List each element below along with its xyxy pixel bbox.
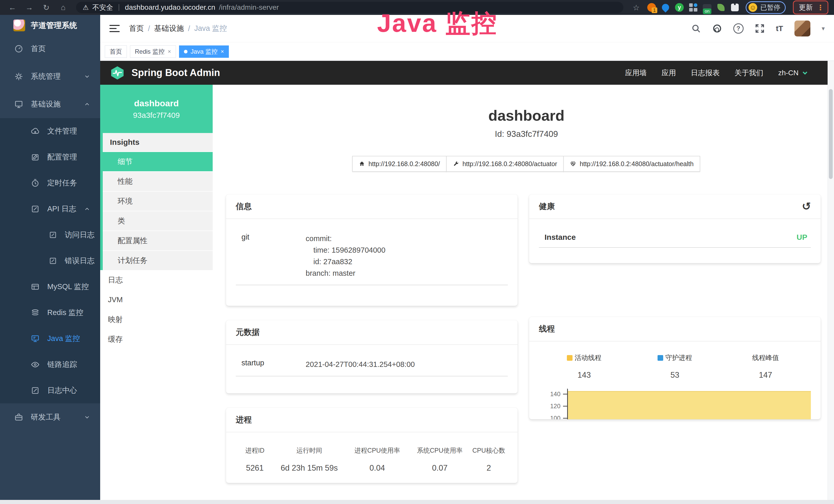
sidebar-item-mysql[interactable]: MySQL 监控 bbox=[0, 274, 100, 300]
breadcrumb-infra[interactable]: 基础设施 bbox=[154, 23, 184, 33]
extension-icon-pin[interactable] bbox=[660, 2, 671, 13]
font-size-icon[interactable]: tT bbox=[776, 24, 783, 33]
sidebar-item-access-log[interactable]: 访问日志 bbox=[0, 222, 100, 248]
sba-sidebar: dashboard 93a3fc7f7409 Insights 细节 性能 环境… bbox=[100, 85, 213, 504]
breadcrumb-home[interactable]: 首页 bbox=[129, 23, 144, 33]
update-label: 更新 bbox=[799, 3, 813, 12]
sidebar-item-log-center[interactable]: 日志中心 bbox=[0, 377, 100, 403]
legend-item: 活动线程 143 bbox=[539, 353, 630, 380]
security-label[interactable]: 不安全 bbox=[92, 3, 113, 12]
app-logo-row[interactable]: 芋道管理系统 bbox=[0, 15, 100, 35]
sba-item-jvm[interactable]: JVM bbox=[100, 290, 213, 310]
sidebar-item-system[interactable]: 系统管理 bbox=[0, 63, 100, 90]
annotation-label: Java 监控 bbox=[377, 7, 498, 41]
app-sidebar: 芋道管理系统 首页 系统管理 基础设施 文件管理 配置管理 定时任务 API 日… bbox=[0, 15, 100, 504]
history-icon[interactable]: ↺ bbox=[802, 201, 811, 212]
health-card: 健康 ↺ Instance UP bbox=[529, 194, 821, 263]
sba-app-block[interactable]: dashboard 93a3fc7f7409 bbox=[100, 85, 213, 133]
sba-brand[interactable]: Spring Boot Admin bbox=[132, 67, 220, 78]
user-avatar[interactable] bbox=[794, 21, 810, 37]
sidebar-item-api-log[interactable]: API 日志 bbox=[0, 196, 100, 222]
sba-nav-apps[interactable]: 应用 bbox=[662, 68, 676, 78]
sba-item-environment[interactable]: 环境 bbox=[103, 191, 213, 211]
sba-nav-about[interactable]: 关于我们 bbox=[734, 68, 763, 78]
sba-item-classes[interactable]: 类 bbox=[103, 211, 213, 231]
sidebar-item-infra[interactable]: 基础设施 bbox=[0, 90, 100, 118]
edit-square-icon bbox=[31, 153, 40, 161]
table-row: git commit: time: 1596289704000 id: 27aa… bbox=[236, 226, 508, 285]
card-title: 元数据 bbox=[226, 320, 518, 345]
sba-item-mappings[interactable]: 映射 bbox=[100, 310, 213, 329]
card-title: 进程 bbox=[226, 408, 518, 432]
health-url-button[interactable]: http://192.168.0.2:48080/actuator/health bbox=[563, 156, 700, 172]
service-url-button[interactable]: http://192.168.0.2:48080/ bbox=[352, 156, 447, 172]
url-host: dashboard.yudao.iocoder.cn bbox=[125, 3, 215, 12]
update-button[interactable]: 更新 ⋮ bbox=[793, 1, 828, 15]
sidebar-item-redis[interactable]: Redis 监控 bbox=[0, 300, 100, 325]
sidebar-item-devtools[interactable]: 研发工具 bbox=[0, 403, 100, 431]
extension-icon-switch[interactable]: on bbox=[702, 2, 712, 13]
instance-id: Id: 93a3fc7f7409 bbox=[226, 129, 827, 139]
help-icon[interactable]: ? bbox=[733, 23, 744, 33]
sba-item-logs[interactable]: 日志 bbox=[100, 270, 213, 290]
legend-item: 线程峰值 147 bbox=[720, 353, 811, 380]
sba-item-scheduled[interactable]: 计划任务 bbox=[103, 250, 213, 270]
sidebar-item-home[interactable]: 首页 bbox=[0, 35, 100, 63]
extension-icon-orange[interactable]: 1 bbox=[646, 2, 657, 13]
sidebar-item-tracing[interactable]: 链路追踪 bbox=[0, 351, 100, 377]
forward-icon[interactable]: → bbox=[23, 3, 36, 12]
sba-nav-journal[interactable]: 日志报表 bbox=[691, 68, 720, 78]
extension-icon-leaf[interactable] bbox=[716, 2, 726, 13]
scrollbar-thumb[interactable] bbox=[829, 89, 833, 179]
chevron-down-icon bbox=[84, 73, 90, 80]
browser-menu-icon[interactable]: ⋮ bbox=[817, 3, 824, 12]
chevron-down-icon bbox=[84, 414, 90, 420]
sidebar-item-config[interactable]: 配置管理 bbox=[0, 144, 100, 170]
status-badge: UP bbox=[796, 233, 807, 242]
sba-language-select[interactable]: zh-CN bbox=[778, 69, 809, 77]
tab-home[interactable]: 首页 bbox=[105, 45, 127, 58]
close-icon[interactable]: × bbox=[221, 48, 224, 55]
home-icon[interactable]: ⌂ bbox=[57, 3, 70, 12]
chevron-up-icon bbox=[84, 206, 90, 212]
extensions-puzzle-icon[interactable] bbox=[730, 2, 740, 13]
metadata-card: 元数据 startup 2021-04-27T00:44:31.254+08:0… bbox=[226, 320, 518, 393]
sidebar-item-java[interactable]: Java 监控 bbox=[0, 325, 100, 351]
area-series-live-threads bbox=[567, 388, 811, 419]
address-bar[interactable]: ⚠ 不安全 dashboard.yudao.iocoder.cn /infra/… bbox=[76, 2, 623, 13]
caret-down-icon[interactable]: ▾ bbox=[822, 25, 825, 32]
sba-item-details[interactable]: 细节 bbox=[103, 152, 213, 171]
sba-app-id: 93a3fc7f7409 bbox=[100, 111, 213, 120]
profile-paused-badge[interactable]: ☺ 已暂停 bbox=[746, 1, 786, 14]
sba-item-caches[interactable]: 缓存 bbox=[100, 329, 213, 349]
sba-insights-group: Insights 细节 性能 环境 类 配置属性 计划任务 bbox=[100, 133, 213, 270]
sba-nav-wall[interactable]: 应用墙 bbox=[625, 68, 647, 78]
navbar-actions: ? tT ▾ bbox=[691, 21, 825, 37]
wrench-icon bbox=[453, 161, 459, 167]
actuator-url-button[interactable]: http://192.168.0.2:48080/actuator bbox=[446, 156, 564, 172]
instance-links: http://192.168.0.2:48080/ http://192.168… bbox=[226, 156, 827, 172]
sba-item-metrics[interactable]: 性能 bbox=[103, 171, 213, 191]
bookmark-star-icon[interactable]: ☆ bbox=[630, 3, 643, 12]
back-icon[interactable]: ← bbox=[6, 3, 19, 12]
close-icon[interactable]: × bbox=[168, 48, 171, 55]
fullscreen-icon[interactable] bbox=[755, 24, 765, 33]
sidebar-item-files[interactable]: 文件管理 bbox=[0, 118, 100, 144]
table-row[interactable]: Instance UP bbox=[539, 226, 811, 248]
cards-right-column: 健康 ↺ Instance UP 线程 bbox=[529, 194, 821, 434]
sidebar-item-error-log[interactable]: 错误日志 bbox=[0, 248, 100, 274]
search-icon[interactable] bbox=[691, 24, 701, 33]
extension-icon-y[interactable]: y bbox=[674, 2, 684, 13]
extension-icon-grid[interactable] bbox=[688, 2, 698, 13]
extension-badge: 1 bbox=[652, 7, 657, 13]
tab-redis[interactable]: Redis 监控 × bbox=[130, 45, 176, 58]
chevron-down-icon bbox=[801, 69, 809, 77]
tab-java[interactable]: Java 监控 × bbox=[179, 45, 229, 58]
sidebar-toggle-icon[interactable] bbox=[109, 25, 120, 32]
sidebar-item-jobs[interactable]: 定时任务 bbox=[0, 170, 100, 196]
sba-item-configprops[interactable]: 配置属性 bbox=[103, 231, 213, 250]
github-icon[interactable] bbox=[712, 24, 722, 33]
cards-grid: 信息 git commit: time: 1596289704000 id: 2… bbox=[226, 194, 827, 497]
frame-scrollbar[interactable] bbox=[828, 61, 834, 504]
reload-icon[interactable]: ↻ bbox=[40, 3, 53, 12]
